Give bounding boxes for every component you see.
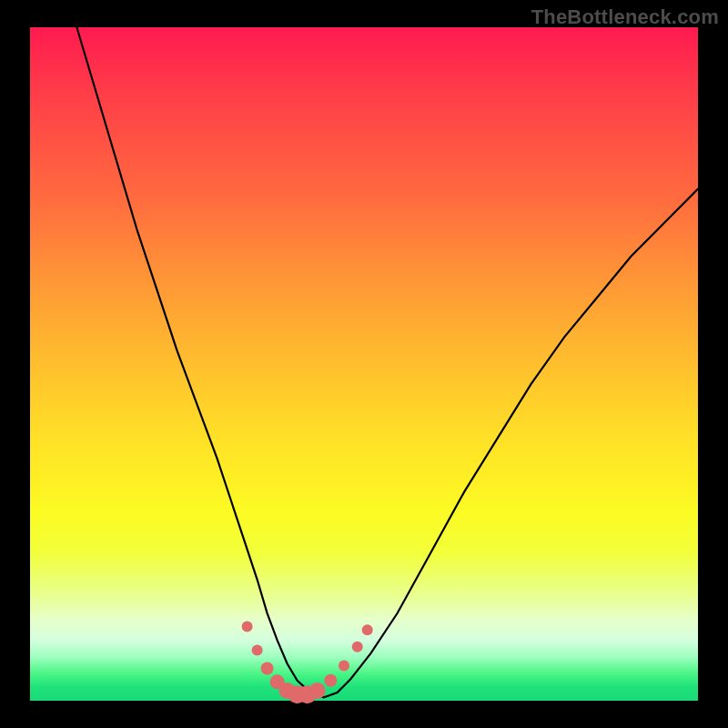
marker-dot bbox=[352, 642, 363, 652]
bottom-markers-group bbox=[242, 622, 373, 704]
marker-dot bbox=[362, 624, 373, 635]
marker-dot bbox=[242, 622, 253, 632]
watermark-text: TheBottleneck.com bbox=[531, 5, 719, 29]
chart-svg bbox=[30, 27, 698, 701]
marker-dot bbox=[339, 661, 349, 672]
bottleneck-curve bbox=[76, 27, 698, 697]
marker-dot bbox=[309, 682, 326, 699]
marker-dot bbox=[252, 645, 263, 656]
marker-dot bbox=[261, 662, 274, 675]
marker-dot bbox=[324, 674, 337, 687]
